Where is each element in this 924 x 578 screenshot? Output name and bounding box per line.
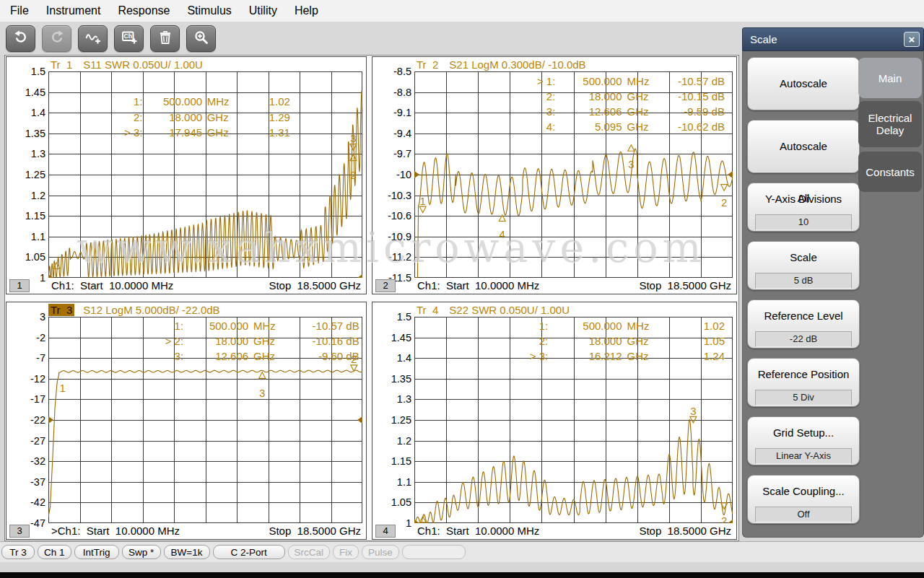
y-axis-tick: -10 xyxy=(374,169,411,180)
menu-item-utility[interactable]: Utility xyxy=(240,0,286,22)
marker-value: -10.62 dB xyxy=(678,121,725,133)
menu-item-instrument[interactable]: Instrument xyxy=(38,0,110,22)
marker-number: > 3: xyxy=(124,126,142,139)
y-axis-tick: 1.1 xyxy=(374,476,411,488)
y-axis-divisions-button[interactable]: Y-Axis Divisions10 xyxy=(747,183,860,232)
marker-readout-row: 3:12.606GHz-9.60 dB xyxy=(48,350,362,362)
menu-item-stimulus[interactable]: Stimulus xyxy=(178,0,240,22)
tab-main[interactable]: Main xyxy=(858,58,922,98)
reference-level-button[interactable]: Reference Level-22 dB xyxy=(747,299,860,349)
undo-button[interactable] xyxy=(6,25,35,52)
panel-button-label: Grid Setup... xyxy=(748,419,859,447)
svg-text:2: 2 xyxy=(350,169,356,181)
y-axis-tick: -9.7 xyxy=(374,148,411,159)
redo-icon xyxy=(48,29,66,48)
svg-text:1: 1 xyxy=(420,195,426,207)
trace-label[interactable]: Tr 4 xyxy=(414,304,440,316)
y-axis-tick: 1.05 xyxy=(8,251,45,263)
menu-item-response[interactable]: Response xyxy=(109,0,178,22)
y-axis-tick: -9.4 xyxy=(374,128,411,139)
tab-electrical-delay[interactable]: Electrical Delay xyxy=(858,101,922,147)
marker-frequency: 500.000 xyxy=(163,95,202,108)
autoscale-button[interactable]: Autoscale xyxy=(747,57,860,110)
plot-title: Tr 3S12 LogM 5.000dB/ -22.0dB xyxy=(48,304,220,316)
close-icon[interactable]: × xyxy=(904,32,920,47)
channel-badge: 4 xyxy=(375,525,396,538)
channel-badge: 2 xyxy=(375,279,396,292)
svg-text:2: 2 xyxy=(721,196,727,209)
zoom-button[interactable] xyxy=(186,25,216,52)
svg-text:Ch: Ch xyxy=(123,32,131,40)
y-axis-tick: 1.3 xyxy=(8,148,45,159)
status-inttrig[interactable]: IntTrig xyxy=(74,545,119,559)
undo-icon xyxy=(12,29,30,48)
marker-number: 2: xyxy=(546,90,556,102)
status-bw-1k[interactable]: BW=1k xyxy=(164,545,210,559)
plot-3: Tr 3S12 LogM 5.000dB/ -22.0dB3-2-7-12-17… xyxy=(6,302,367,540)
y-axis-tick: 1.05 xyxy=(374,496,411,508)
menu-item-help[interactable]: Help xyxy=(286,0,327,22)
scale-coupling-button[interactable]: Scale Coupling...Off xyxy=(747,475,860,524)
marker-frequency: 18.000 xyxy=(589,90,622,102)
delete-trace-button[interactable] xyxy=(150,25,180,52)
y-axis-tick: 1.15 xyxy=(374,455,411,467)
marker-frequency: 18.000 xyxy=(215,335,248,347)
marker-number: > 3: xyxy=(530,350,548,362)
y-axis-tick: 1.4 xyxy=(374,352,411,364)
y-axis-tick: 1.25 xyxy=(8,169,45,180)
marker-frequency: 500.000 xyxy=(583,75,622,87)
plot-grid[interactable]: 1321:500.000MHz-10.57 dB> 2:18.000GHz-10… xyxy=(48,317,362,523)
add-trace-button[interactable] xyxy=(78,25,108,52)
scale-button[interactable]: Scale5 dB xyxy=(747,241,860,290)
sweep-stop-label: Stop 18.5000 GHz xyxy=(639,525,731,537)
status-tr-3[interactable]: Tr 3 xyxy=(1,545,35,559)
marker-unit: GHz xyxy=(207,126,229,139)
marker-number: 1: xyxy=(134,95,143,108)
panel-button-value: -22 dB xyxy=(755,331,852,347)
marker-frequency: 500.000 xyxy=(209,320,248,332)
trace-label[interactable]: Tr 2 xyxy=(414,58,440,71)
status-ch-1[interactable]: Ch 1 xyxy=(38,545,71,559)
trace-label[interactable]: Tr 1 xyxy=(48,58,74,71)
marker-number: > 1: xyxy=(537,75,555,87)
marker-value: 1.02 xyxy=(704,320,725,332)
marker-readout-row: > 3:16.212GHz1.24 xyxy=(414,350,733,362)
marker-readout-row: 1:500.000MHz1.02 xyxy=(48,95,362,107)
redo-button xyxy=(42,25,71,52)
marker-readout-row: 1:500.000MHz1.02 xyxy=(414,320,733,331)
y-axis-tick: 1.45 xyxy=(8,87,45,98)
marker-readout-row: 2:18.000GHz1.05 xyxy=(414,335,733,346)
status-c-2-port[interactable]: C 2-Port xyxy=(213,545,285,559)
marker-value: 1.05 xyxy=(704,335,725,347)
trace-format-label: S22 SWR 0.050U/ 1.00U xyxy=(449,304,570,316)
add-channel-button[interactable]: Ch xyxy=(114,25,144,52)
tab-constants[interactable]: Constants xyxy=(858,152,922,192)
y-axis-tick: -8.5 xyxy=(374,66,411,77)
trace-label[interactable]: Tr 3 xyxy=(48,304,74,316)
plot-grid[interactable]: 321:500.000MHz1.022:18.000GHz1.29> 3:17.… xyxy=(48,71,362,278)
plot-title: Tr 1S11 SWR 0.050U/ 1.00U xyxy=(48,58,203,71)
marker-frequency: 18.000 xyxy=(169,111,202,123)
plot-title: Tr 2S21 LogM 0.300dB/ -10.0dB xyxy=(414,58,586,71)
y-axis-tick: -7 xyxy=(8,352,45,364)
sweep-start-label: Ch1: Start 10.0000 MHz xyxy=(417,525,539,537)
sweep-stop-label: Stop 18.5000 GHz xyxy=(639,279,731,292)
marker-frequency: 5.095 xyxy=(595,121,622,133)
y-axis-tick: -11.2 xyxy=(374,251,411,263)
reference-position-button[interactable]: Reference Position5 Div xyxy=(747,358,860,407)
plot-grid[interactable]: 1432> 1:500.000MHz-10.57 dB2:18.000GHz-1… xyxy=(414,71,733,278)
marker-frequency: 17.945 xyxy=(169,126,202,139)
y-axis-tick: 1.2 xyxy=(8,190,45,201)
scale-panel-header[interactable]: Scale × xyxy=(742,27,924,51)
bottom-strip xyxy=(0,572,924,578)
plot-grid[interactable]: 321:500.000MHz1.022:18.000GHz1.05> 3:16.… xyxy=(414,317,733,523)
status-swp-[interactable]: Swp * xyxy=(122,545,161,559)
autoscale-all-button[interactable]: Autoscale All xyxy=(747,120,860,173)
trace-format-label: S21 LogM 0.300dB/ -10.0dB xyxy=(449,58,585,71)
marker-unit: GHz xyxy=(627,350,649,362)
y-axis-tick: 1.4 xyxy=(8,107,45,118)
grid-setup-button[interactable]: Grid Setup...Linear Y-Axis xyxy=(747,416,860,465)
y-axis-tick: -8.8 xyxy=(374,87,411,98)
menu-item-file[interactable]: File xyxy=(1,0,38,22)
panel-button-value: 5 Div xyxy=(755,390,852,406)
